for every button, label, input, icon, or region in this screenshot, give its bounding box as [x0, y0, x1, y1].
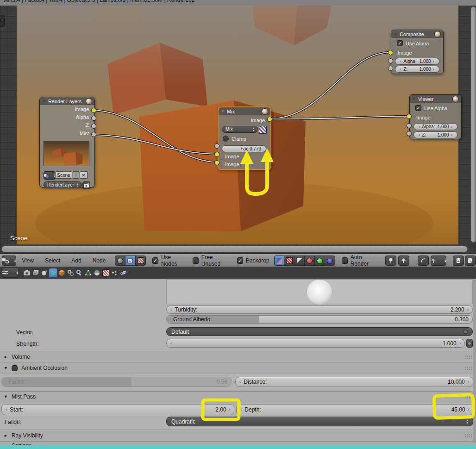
collapse-triangle-icon[interactable]: ▼ — [4, 394, 8, 399]
node-composite-header[interactable]: ▼ Composite — [391, 30, 443, 38]
fac-slider[interactable]: Fac: 0.773 — [222, 145, 266, 152]
blend-mode-select[interactable]: Mix ▴▾ — [222, 126, 258, 133]
strength-animate-button[interactable] — [466, 339, 473, 348]
use-nodes-checkbox[interactable]: ✓ — [152, 257, 158, 264]
node-viewer-header[interactable]: ▼ Viewer — [410, 95, 461, 103]
tab-constraints[interactable] — [67, 268, 75, 277]
tab-object[interactable] — [58, 268, 66, 277]
panel-mist-pass[interactable]: ▼ Mist Pass — [0, 391, 476, 402]
strength-field[interactable]: ‹ 1.000 › — [166, 339, 465, 348]
color-alpha-button[interactable] — [275, 256, 285, 265]
panel-grip-icon[interactable] — [465, 355, 472, 359]
node-mix[interactable]: ▼ Mix Image Mix ▴▾ Clamp Fac: 0.773 Imag… — [218, 106, 271, 170]
tab-object-data[interactable] — [84, 268, 92, 277]
node-render-layers-header[interactable]: ▼ Render Layers — [40, 97, 94, 105]
red-channel-button[interactable] — [305, 256, 315, 265]
backdrop-checkbox[interactable]: ✓ — [237, 257, 243, 264]
menu-view[interactable]: View — [16, 257, 39, 264]
auto-render-checkbox[interactable] — [342, 257, 348, 264]
socket-composite-alpha-in[interactable] — [388, 58, 393, 63]
expand-triangle-icon[interactable]: ► — [4, 355, 8, 359]
panel-ray-visibility[interactable]: ► Ray Visibility — [0, 430, 476, 442]
tab-scene[interactable] — [40, 268, 48, 277]
socket-viewer-z-in[interactable] — [407, 131, 412, 136]
scene-unlink-button[interactable]: ✕ — [80, 171, 88, 179]
proportional-edit-button[interactable] — [418, 256, 429, 266]
scene-browse-button[interactable]: ▴▾ — [44, 171, 56, 180]
mist-start-field[interactable]: ‹ Start: 2.00 › — [1, 404, 234, 415]
clamp-checkbox[interactable] — [223, 136, 229, 142]
paste-button[interactable] — [465, 256, 476, 266]
scene-name-field[interactable]: Scene — [55, 171, 72, 179]
socket-mix-image2-in[interactable] — [214, 160, 219, 165]
turbidity-field[interactable]: ‹ Turbidity: 2.200 › — [166, 306, 473, 314]
tab-modifiers[interactable] — [75, 268, 83, 277]
tab-physics[interactable] — [119, 268, 127, 277]
use-alpha-checkbox[interactable]: ✓ — [415, 105, 421, 111]
socket-composite-image-in[interactable] — [388, 50, 393, 55]
scene-users-count[interactable]: 2 — [73, 171, 79, 179]
expand-triangle-icon[interactable]: ► — [4, 433, 8, 438]
properties-scrollbar[interactable] — [473, 280, 476, 443]
free-unused-checkbox[interactable] — [193, 257, 199, 264]
collapse-triangle-icon[interactable]: ▼ — [4, 366, 8, 370]
menu-node[interactable]: Node — [87, 257, 112, 264]
panel-ambient-occlusion[interactable]: ▼ Ambient Occlusion — [0, 362, 476, 374]
copy-button[interactable] — [453, 256, 464, 266]
tab-render[interactable] — [23, 268, 31, 277]
tab-material[interactable] — [93, 268, 101, 277]
socket-composite-z-in[interactable] — [388, 66, 393, 71]
parent-node-tree-button[interactable] — [398, 256, 409, 266]
tab-texture[interactable] — [102, 268, 110, 277]
menu-select[interactable]: Select — [39, 257, 66, 264]
collapse-triangle-icon[interactable]: ▼ — [412, 97, 416, 101]
editor-type-button[interactable]: ▴▾ — [2, 268, 19, 278]
tab-particles[interactable] — [111, 268, 119, 277]
vector-select[interactable]: Default — [166, 327, 473, 336]
node-mix-header[interactable]: ▼ Mix — [219, 107, 270, 115]
mist-depth-field[interactable]: ‹ Depth: 45.00 › — [236, 404, 473, 415]
render-camera-button[interactable] — [82, 181, 90, 189]
shader-nodes-button[interactable] — [115, 256, 125, 265]
ground-albedo-slider[interactable]: Ground Albedo: 0.300 — [166, 315, 473, 324]
z-field[interactable]: ‹ Z: 1.000 › — [395, 66, 439, 73]
snap-button[interactable]: ▴▾ — [431, 256, 447, 266]
falloff-select[interactable]: Quadratic ▴▾ — [166, 417, 473, 426]
socket-mix-image-out[interactable] — [267, 117, 272, 122]
panel-grip-icon[interactable] — [465, 434, 472, 438]
alpha-field[interactable]: ‹ Alpha: 1.000 › — [395, 58, 439, 65]
texture-nodes-button[interactable] — [136, 256, 145, 265]
socket-viewer-alpha-in[interactable] — [407, 123, 412, 128]
socket-mix-image1-in[interactable] — [214, 152, 219, 157]
socket-viewer-image-in[interactable] — [407, 114, 412, 119]
z-field[interactable]: ‹ Z: 1.000 › — [413, 131, 457, 138]
collapse-triangle-icon[interactable]: ▼ — [42, 99, 46, 103]
ao-enable-checkbox[interactable] — [12, 365, 18, 371]
animate-dot-icon[interactable] — [463, 330, 468, 334]
z-buffer-button[interactable] — [294, 256, 305, 265]
menu-add[interactable]: Add — [66, 257, 87, 264]
socket-rl-mist-out[interactable] — [91, 132, 96, 137]
collapse-triangle-icon[interactable]: ▼ — [221, 109, 225, 113]
editor-type-button[interactable]: ▴▾ — [2, 256, 16, 266]
socket-rl-image-out[interactable] — [91, 108, 96, 113]
green-channel-button[interactable] — [315, 256, 325, 265]
node-composite[interactable]: ▼ Composite ✓ Use Alpha Image ‹ Alpha: 1… — [391, 30, 444, 74]
compositing-nodes-button[interactable] — [125, 256, 136, 265]
socket-mix-fac-in[interactable] — [214, 143, 219, 149]
node-editor[interactable]: + ▼ Render Layers Image Alpha — [0, 6, 476, 254]
panel-grip-icon[interactable] — [465, 366, 472, 370]
node-viewer[interactable]: ▼ Viewer ✓ Use Alpha Image ‹ Alpha: 1.00… — [409, 94, 462, 139]
pin-button[interactable] — [385, 256, 396, 266]
use-alpha-checkbox[interactable]: ✓ — [397, 40, 403, 46]
tab-render-layers[interactable] — [31, 268, 39, 277]
panel-volume[interactable]: ► Volume — [0, 351, 476, 363]
collapse-triangle-icon[interactable]: ▼ — [394, 32, 397, 36]
blue-channel-button[interactable] — [325, 256, 335, 265]
alpha-field[interactable]: ‹ Alpha: 1.000 › — [413, 123, 457, 130]
ao-factor-slider[interactable]: Factor: 0.56 — [1, 377, 232, 387]
ao-distance-field[interactable]: ‹ Distance: 10.000 › — [235, 377, 473, 387]
socket-rl-z-out[interactable] — [91, 124, 96, 129]
render-layer-select[interactable]: RenderLayer ▴▾ — [44, 181, 82, 188]
tab-world[interactable] — [49, 268, 57, 277]
